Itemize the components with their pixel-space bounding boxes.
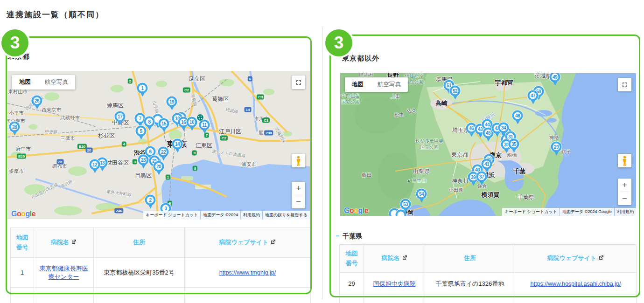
- map-marker-26[interactable]: 26: [32, 96, 42, 106]
- map-marker-37[interactable]: 37: [476, 172, 487, 182]
- map-marker-52[interactable]: 52: [450, 86, 461, 96]
- marker-number: 54: [419, 192, 424, 197]
- map-type-control[interactable]: 地図 航空写真: [12, 75, 75, 90]
- table-row: 29国保旭中央病院千葉県旭市イの1326番地https://www.hospit…: [340, 273, 637, 295]
- pegman-icon: [295, 156, 301, 166]
- map-marker-20[interactable]: 20: [154, 161, 164, 172]
- marker-number: 30: [504, 142, 509, 147]
- map-marker-23[interactable]: 23: [138, 155, 149, 165]
- table-cell: https://www.tmghig.jp/: [185, 258, 311, 288]
- website-link[interactable]: https://www.tmghig.jp/: [219, 269, 276, 276]
- hospital-name-link[interactable]: 東京都健康長寿医療センター: [40, 265, 88, 280]
- marker-number: 11: [202, 123, 207, 128]
- map-marker-10[interactable]: 10: [187, 117, 197, 128]
- map-button[interactable]: 地図: [12, 78, 38, 86]
- attribution-item[interactable]: 利用規約: [615, 208, 636, 216]
- fullscreen-button[interactable]: [292, 76, 305, 89]
- map-marker-54[interactable]: 54: [416, 189, 427, 200]
- column-header-text: 病院ウェブサイト: [547, 255, 597, 262]
- column-header: 病院名: [34, 228, 94, 258]
- marker-number: 7: [139, 116, 141, 121]
- map-marker-28[interactable]: 28: [9, 122, 20, 132]
- marker-number: 52: [453, 89, 457, 94]
- map-button[interactable]: 地図: [345, 81, 371, 89]
- map-marker-8[interactable]: 8: [144, 117, 155, 127]
- map-marker-47[interactable]: 47: [528, 90, 539, 101]
- zoom-in-button[interactable]: +: [618, 179, 631, 192]
- website-link[interactable]: https://www.hospital.asahi.chiba.jp/: [531, 281, 621, 287]
- map-marker-34[interactable]: 34: [498, 123, 509, 133]
- marker-number: 53: [403, 202, 408, 207]
- table-cell: [340, 295, 364, 303]
- satellite-button[interactable]: 航空写真: [371, 81, 408, 89]
- prefecture-section-label[interactable]: −千葉県: [336, 232, 362, 241]
- map-marker-35[interactable]: 35: [509, 139, 519, 150]
- column-header: 病院ウェブサイト: [185, 228, 311, 258]
- table-cell: 東京都健康長寿医療センター: [34, 258, 94, 288]
- marker-number: 37: [479, 174, 484, 179]
- pegman-button[interactable]: [618, 154, 631, 167]
- attribution-item[interactable]: キーボード ショートカット: [502, 208, 559, 216]
- satellite-button[interactable]: 航空写真: [38, 78, 75, 86]
- attribution-item[interactable]: 地図の誤りを報告する: [263, 211, 310, 219]
- map-marker-29[interactable]: 29: [551, 142, 562, 152]
- map-type-control[interactable]: 地図 航空写真: [345, 77, 408, 92]
- marker-number: 10: [189, 120, 194, 125]
- marker-number: 16: [181, 120, 186, 125]
- map-marker-11[interactable]: 11: [199, 120, 210, 131]
- table-cell: [94, 288, 185, 303]
- google-logo-letter: e: [364, 207, 368, 214]
- map-marker-15[interactable]: 15: [159, 118, 169, 129]
- marker-number: 48: [515, 113, 520, 118]
- pegman-button[interactable]: [292, 154, 305, 167]
- map-marker-22[interactable]: 22: [158, 147, 169, 158]
- map-marker-17[interactable]: 17: [115, 111, 126, 122]
- map-outside-tokyo[interactable]: 白馬村長野信越高原 国立公園群馬県宇都宮茨城県中部山岳 国立公園上田佐久松本高崎…: [340, 73, 636, 216]
- map-markers-layer: 126281917781815161011514622232120131223: [7, 71, 310, 219]
- column-header-text: 住所: [464, 255, 476, 262]
- column-header: 住所: [94, 228, 185, 258]
- map-marker-5[interactable]: 5: [136, 126, 147, 137]
- marker-number: 35: [511, 142, 516, 147]
- column-header: 病院ウェブサイト: [515, 245, 637, 273]
- marker-number: 2: [149, 198, 151, 203]
- hospital-name-link[interactable]: 国保旭中央病院: [373, 280, 416, 287]
- map-marker-2[interactable]: 2: [145, 195, 156, 206]
- marker-number: 43: [478, 127, 483, 132]
- attribution-item[interactable]: 利用規約: [241, 211, 262, 219]
- map-marker-14[interactable]: 14: [172, 139, 183, 150]
- marker-number: 5: [140, 129, 142, 134]
- table-cell: https://www.hospital.asahi.chiba.jp/: [515, 273, 637, 295]
- map-marker-19[interactable]: 19: [167, 96, 177, 107]
- table-cell: [11, 288, 34, 303]
- map-marker-41[interactable]: 41: [482, 159, 492, 170]
- zoom-in-button[interactable]: +: [292, 182, 305, 195]
- table-cell: [425, 295, 515, 303]
- collapse-icon[interactable]: −: [336, 232, 339, 240]
- attribution-item[interactable]: 地図データ ©2024 Google: [560, 208, 614, 216]
- table-cell: [34, 288, 94, 303]
- table-cell: 東京都板橋区栄町35番2号: [94, 258, 185, 288]
- attribution-item[interactable]: 地図データ ©2024: [201, 211, 240, 219]
- map-attribution: キーボード ショートカット地図データ ©2024 Google利用規約: [502, 208, 636, 216]
- marker-number: 46: [469, 126, 474, 131]
- marker-number: 8: [148, 119, 150, 124]
- zoom-out-button[interactable]: −: [618, 192, 631, 205]
- map-markers-layer: 5152495047484643444542343130352928414039…: [340, 73, 636, 216]
- google-logo-letter: g: [26, 210, 30, 218]
- map-marker-12[interactable]: 12: [90, 159, 100, 170]
- marker-number: 41: [484, 162, 489, 167]
- fullscreen-button[interactable]: [618, 78, 631, 91]
- map-tokyo[interactable]: 足立区葛飾区練馬区中野区杉並区世田谷区目黒区江東区江戸川区大田区東村山市西東京市…: [7, 71, 310, 219]
- marker-cluster-icon[interactable]: [197, 114, 203, 121]
- map-marker-48[interactable]: 48: [512, 110, 523, 121]
- marker-number: 39: [471, 175, 476, 180]
- map-marker-49[interactable]: 49: [550, 73, 560, 83]
- map-marker-1[interactable]: 1: [137, 83, 148, 94]
- map-marker-53[interactable]: 53: [400, 199, 411, 210]
- google-logo-letter: G: [344, 207, 350, 214]
- attribution-item[interactable]: キーボード ショートカット: [143, 211, 200, 219]
- annotation-badge-3: 3: [1, 29, 28, 56]
- marker-number: 12: [92, 162, 97, 167]
- zoom-out-button[interactable]: −: [292, 195, 305, 208]
